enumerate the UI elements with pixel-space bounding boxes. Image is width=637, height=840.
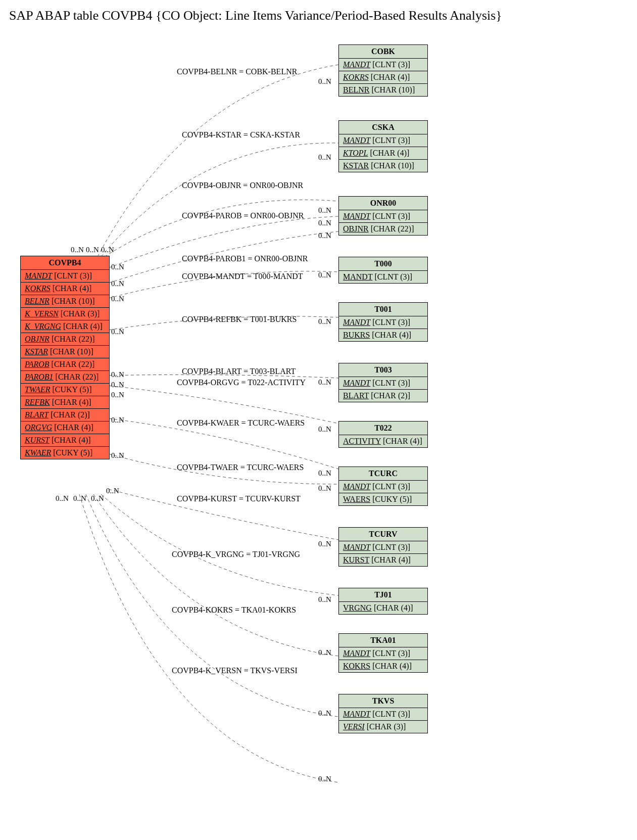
- cardinality: 0..N: [318, 77, 331, 86]
- rel-label: COVPB4-BLART = T003-BLART: [182, 367, 296, 376]
- rel-label: COVPB4-OBJNR = ONR00-OBJNR: [182, 181, 303, 190]
- entity-field: KOKRS [CHAR (4)]: [339, 660, 427, 672]
- entity-header: TCURC: [339, 467, 427, 481]
- cardinality: 0..N: [318, 648, 331, 657]
- cardinality: 0..N: [73, 494, 86, 503]
- entity-header: ONR00: [339, 197, 427, 210]
- cardinality: 0..N: [318, 484, 331, 493]
- cardinality: 0..N: [111, 328, 124, 336]
- entity-t003: T003MANDT [CLNT (3)]BLART [CHAR (2)]: [338, 363, 428, 402]
- entity-field: REFBK [CHAR (4)]: [21, 396, 109, 409]
- rel-label: COVPB4-BELNR = COBK-BELNR: [177, 67, 297, 76]
- entity-field: MANDT [CLNT (3)]: [339, 708, 427, 721]
- entity-header: TJ01: [339, 588, 427, 602]
- cardinality: 0..N: [56, 494, 69, 503]
- cardinality: 0..N: [318, 425, 331, 434]
- cardinality: 0..N: [111, 391, 124, 399]
- cardinality: 0..N: [91, 494, 104, 503]
- rel-label: COVPB4-PAROB = ONR00-OBJNR: [182, 211, 304, 220]
- entity-field: K_VERSN [CHAR (3)]: [21, 308, 109, 320]
- cardinality: 0..N: [318, 540, 331, 548]
- rel-label: COVPB4-ORGVG = T022-ACTIVITY: [177, 378, 306, 387]
- entity-field: VERSI [CHAR (3)]: [339, 721, 427, 733]
- entity-field: KWAER [CUKY (5)]: [21, 447, 109, 459]
- cardinality: 0..N: [111, 381, 124, 389]
- rel-label: COVPB4-TWAER = TCURC-WAERS: [177, 463, 304, 472]
- rel-label: COVPB4-K_VRGNG = TJ01-VRGNG: [172, 550, 300, 559]
- cardinality: 0..N: [86, 246, 99, 254]
- entity-t001: T001MANDT [CLNT (3)]BUKRS [CHAR (4)]: [338, 302, 428, 342]
- cardinality: 0..N: [318, 317, 331, 326]
- cardinality: 0..N: [318, 219, 331, 227]
- entity-tkvs: TKVSMANDT [CLNT (3)]VERSI [CHAR (3)]: [338, 694, 428, 733]
- entity-header: COBK: [339, 45, 427, 59]
- entity-covpb4: COVPB4 MANDT [CLNT (3)]KOKRS [CHAR (4)]B…: [20, 256, 110, 459]
- entity-field: VRGNG [CHAR (4)]: [339, 602, 427, 614]
- entity-field: MANDT [CLNT (3)]: [339, 134, 427, 147]
- cardinality: 0..N: [71, 246, 84, 254]
- cardinality: 0..N: [111, 416, 124, 425]
- entity-field: KOKRS [CHAR (4)]: [339, 71, 427, 84]
- rel-label: COVPB4-KOKRS = TKA01-KOKRS: [172, 605, 296, 615]
- entity-field: PAROB1 [CHAR (22)]: [21, 371, 109, 384]
- cardinality: 0..N: [111, 370, 124, 379]
- cardinality: 0..N: [111, 295, 124, 303]
- entity-header: TKA01: [339, 634, 427, 647]
- entity-field: OBJNR [CHAR (22)]: [339, 223, 427, 235]
- entity-onr00: ONR00MANDT [CLNT (3)]OBJNR [CHAR (22)]: [338, 196, 428, 236]
- rel-label: COVPB4-KWAER = TCURC-WAERS: [177, 418, 305, 428]
- entity-field: MANDT [CLNT (3)]: [21, 270, 109, 283]
- page-title: SAP ABAP table COVPB4 {CO Object: Line I…: [9, 8, 637, 23]
- entity-cska: CSKAMANDT [CLNT (3)]KTOPL [CHAR (4)]KSTA…: [338, 120, 428, 172]
- entity-field: K_VRGNG [CHAR (4)]: [21, 320, 109, 333]
- entity-header: TKVS: [339, 694, 427, 708]
- entity-header: T001: [339, 303, 427, 316]
- entity-field: KURST [CHAR (4)]: [21, 434, 109, 447]
- entity-header: T000: [339, 257, 427, 271]
- er-diagram: COVPB4 MANDT [CLNT (3)]KOKRS [CHAR (4)]B…: [5, 29, 631, 840]
- entity-field: ACTIVITY [CHAR (4)]: [339, 435, 427, 447]
- entity-tcurc: TCURCMANDT [CLNT (3)]WAERS [CUKY (5)]: [338, 466, 428, 506]
- entity-tcurv: TCURVMANDT [CLNT (3)]KURST [CHAR (4)]: [338, 527, 428, 567]
- cardinality: 0..N: [318, 709, 331, 718]
- cardinality: 0..N: [318, 775, 331, 783]
- entity-tj01: TJ01VRGNG [CHAR (4)]: [338, 588, 428, 615]
- entity-field: MANDT [CLNT (3)]: [339, 481, 427, 493]
- cardinality: 0..N: [318, 469, 331, 478]
- entity-field: MANDT [CLNT (3)]: [339, 541, 427, 554]
- cardinality: 0..N: [111, 279, 124, 288]
- entity-cobk: COBKMANDT [CLNT (3)]KOKRS [CHAR (4)]BELN…: [338, 44, 428, 97]
- cardinality: 0..N: [101, 246, 114, 254]
- cardinality: 0..N: [318, 153, 331, 162]
- cardinality: 0..N: [318, 231, 331, 240]
- entity-field: WAERS [CUKY (5)]: [339, 493, 427, 505]
- entity-field: BUKRS [CHAR (4)]: [339, 329, 427, 341]
- cardinality: 0..N: [318, 595, 331, 604]
- entity-field: KSTAR [CHAR (10)]: [339, 160, 427, 172]
- entity-field: PAROB [CHAR (22)]: [21, 358, 109, 371]
- cardinality: 0..N: [111, 451, 124, 460]
- entity-header: T022: [339, 422, 427, 435]
- rel-label: COVPB4-KURST = TCURV-KURST: [177, 494, 301, 503]
- entity-field: MANDT [CLNT (3)]: [339, 271, 427, 283]
- rel-label: COVPB4-K_VERSN = TKVS-VERSI: [172, 666, 298, 675]
- entity-t000: T000MANDT [CLNT (3)]: [338, 257, 428, 284]
- entity-header: COVPB4: [21, 256, 109, 270]
- entity-tka01: TKA01MANDT [CLNT (3)]KOKRS [CHAR (4)]: [338, 633, 428, 673]
- rel-label: COVPB4-KSTAR = CSKA-KSTAR: [182, 130, 300, 139]
- entity-field: MANDT [CLNT (3)]: [339, 316, 427, 329]
- entity-field: BLART [CHAR (2)]: [21, 409, 109, 422]
- entity-field: BELNR [CHAR (10)]: [21, 295, 109, 308]
- entity-header: CSKA: [339, 121, 427, 134]
- cardinality: 0..N: [106, 487, 119, 495]
- rel-label: COVPB4-REFBK = T001-BUKRS: [182, 315, 297, 324]
- entity-field: KURST [CHAR (4)]: [339, 554, 427, 566]
- entity-field: KOKRS [CHAR (4)]: [21, 283, 109, 295]
- entity-field: BLART [CHAR (2)]: [339, 390, 427, 402]
- entity-t022: T022ACTIVITY [CHAR (4)]: [338, 421, 428, 448]
- entity-field: KSTAR [CHAR (10)]: [21, 346, 109, 358]
- entity-field: BELNR [CHAR (10)]: [339, 84, 427, 96]
- entity-field: OBJNR [CHAR (22)]: [21, 333, 109, 346]
- entity-header: TCURV: [339, 528, 427, 541]
- rel-label: COVPB4-PAROB1 = ONR00-OBJNR: [182, 254, 308, 263]
